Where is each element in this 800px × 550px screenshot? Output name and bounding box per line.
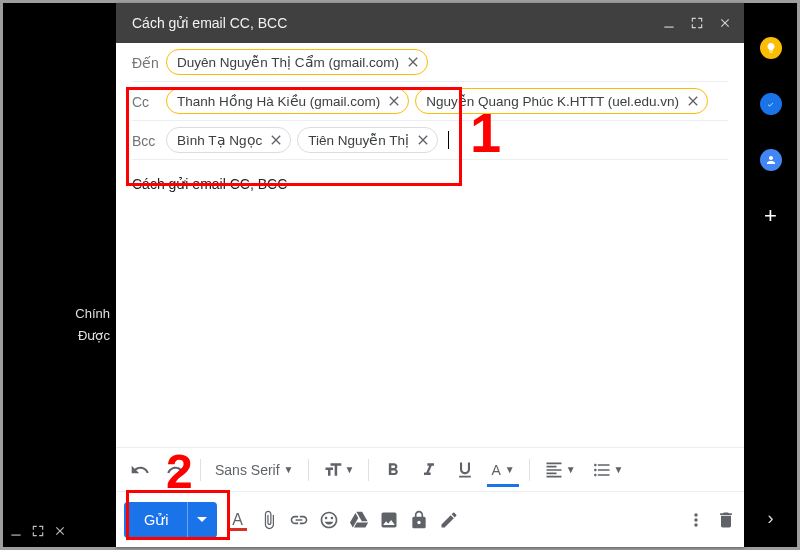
more-icon[interactable] [686,510,706,530]
left-text-1: Chính [75,303,110,325]
send-bar: Gửi A [116,491,744,547]
format-icon[interactable]: A [227,510,249,530]
expand-icon[interactable] [31,524,45,541]
minimize-icon[interactable] [9,524,23,541]
font-size-button[interactable]: ▼ [317,454,361,486]
contacts-icon[interactable] [760,149,782,171]
lock-icon[interactable] [409,510,429,530]
expand-icon[interactable] [690,16,704,30]
italic-button[interactable] [413,454,445,486]
bcc-row[interactable]: Bcc Bình Tạ Ngọc Tiên Nguyễn Thị [132,121,728,160]
svg-rect-0 [11,535,20,536]
attach-icon[interactable] [259,510,279,530]
align-button[interactable]: ▼ [538,454,582,486]
right-sidebar: + › [744,3,797,547]
format-toolbar: Sans Serif▼ ▼ A▼ ▼ ▼ [116,447,744,491]
drive-icon[interactable] [349,510,369,530]
recipient-chip[interactable]: Nguyễn Quang Phúc K.HTTT (uel.edu.vn) [415,88,708,114]
send-button[interactable]: Gửi [124,502,217,538]
keep-notes-icon[interactable] [760,37,782,59]
remove-chip-icon[interactable] [386,93,402,109]
send-options-button[interactable] [187,502,217,538]
bold-button[interactable] [377,454,409,486]
font-select[interactable]: Sans Serif▼ [209,454,300,486]
recipient-chip[interactable]: Duyên Nguyễn Thị Cẩm (gmail.com) [166,49,428,75]
close-icon[interactable] [53,524,67,541]
emoji-icon[interactable] [319,510,339,530]
undo-button[interactable] [124,454,156,486]
list-button[interactable]: ▼ [586,454,630,486]
remove-chip-icon[interactable] [685,93,701,109]
compose-window: Cách gửi email CC, BCC Đến Duyên Nguyễn … [116,3,744,547]
left-text-2: Được [75,325,110,347]
link-icon[interactable] [289,510,309,530]
subject-row[interactable]: Cách gửi email CC, BCC [132,160,728,208]
remove-chip-icon[interactable] [405,54,421,70]
compose-body[interactable] [116,208,744,447]
tasks-icon[interactable] [760,93,782,115]
minimize-icon[interactable] [662,16,676,30]
delete-icon[interactable] [716,510,736,530]
add-icon[interactable]: + [760,205,782,227]
cc-label: Cc [132,88,166,110]
to-row[interactable]: Đến Duyên Nguyễn Thị Cẩm (gmail.com) [132,43,728,82]
text-color-button[interactable]: A▼ [485,454,520,486]
underline-button[interactable] [449,454,481,486]
remove-chip-icon[interactable] [415,132,431,148]
compose-titlebar: Cách gửi email CC, BCC [116,3,744,43]
recipient-chip[interactable]: Tiên Nguyễn Thị [297,127,438,153]
recipient-chip[interactable]: Bình Tạ Ngọc [166,127,291,153]
to-label: Đến [132,49,166,71]
pen-icon[interactable] [439,510,459,530]
remove-chip-icon[interactable] [268,132,284,148]
redo-button[interactable] [160,454,192,486]
svg-rect-1 [664,27,673,28]
cc-row[interactable]: Cc Thanh Hồng Hà Kiều (gmail.com) Nguyễn… [132,82,728,121]
close-icon[interactable] [718,16,732,30]
bcc-label: Bcc [132,127,166,149]
text-cursor [448,131,449,149]
chevron-right-icon[interactable]: › [768,508,774,529]
compose-title: Cách gửi email CC, BCC [132,15,287,31]
subject-text: Cách gửi email CC, BCC [132,166,287,202]
recipient-chip[interactable]: Thanh Hồng Hà Kiều (gmail.com) [166,88,409,114]
left-sidebar: Chính Được [3,3,116,547]
image-icon[interactable] [379,510,399,530]
